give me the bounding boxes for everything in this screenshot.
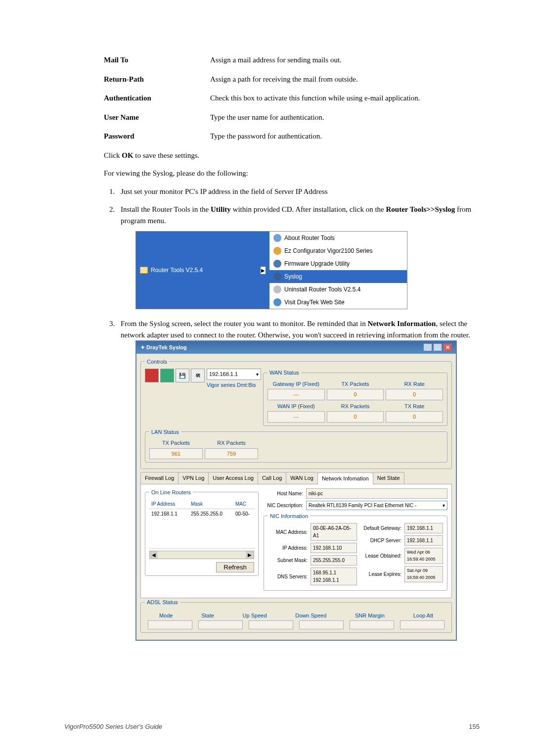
nic-info-fieldset: NIC Information MAC Address:00-0E-A6-2A-… [264, 512, 447, 591]
scroll-right-icon[interactable]: ▶ [246, 551, 254, 559]
play-icon[interactable] [160, 369, 174, 382]
close-button[interactable]: ✕ [443, 343, 452, 351]
tab-vpn[interactable]: VPN Log [178, 472, 209, 484]
folder-icon [140, 267, 148, 274]
app-icon: ✦ [140, 344, 145, 350]
menu-ez[interactable]: Ez Configurator Vigor2100 Series [269, 244, 407, 257]
settings-icon[interactable]: 🛠 [191, 369, 205, 382]
chevron-down-icon: ▾ [443, 502, 445, 509]
footer-guide: VigorPro5500 Series User's Guide [64, 722, 162, 732]
menu-uninstall[interactable]: Uninstall Router Tools V2.5.4 [269, 283, 407, 296]
menu-visit[interactable]: Visit DrayTek Web Site [269, 296, 407, 309]
menu-syslog[interactable]: Syslog [269, 270, 407, 283]
footer-page: 155 [469, 722, 480, 732]
step-1: Just set your monitor PC's IP address in… [117, 186, 475, 197]
tab-netinfo[interactable]: Network Infomation [317, 472, 373, 484]
def-mailto: Mail To Assign a mail address for sendin… [104, 54, 475, 66]
nic-select[interactable]: Realtek RTL8139 Family PCI Fast Ethernet… [306, 501, 447, 510]
desc-returnpath: Assign a path for receiving the mail fro… [210, 74, 475, 85]
page-footer: VigorPro5500 Series User's Guide 155 [64, 722, 480, 732]
def-returnpath: Return-Path Assign a path for receiving … [104, 74, 475, 85]
arrow-right-icon: ▶ [261, 267, 266, 274]
syslog-window: ✦ DrayTek Syslog _ □ ✕ Controls 💾 🛠 [135, 340, 457, 641]
term-username: User Name [104, 112, 210, 123]
upgrade-icon [273, 260, 281, 268]
tab-wan[interactable]: WAN Log [286, 472, 318, 484]
refresh-button[interactable]: Refresh [216, 562, 254, 572]
chevron-down-icon: ▾ [256, 371, 259, 378]
menu-screenshot: Router Tools V2.5.4 ▶ About Router Tools… [135, 231, 475, 309]
info-icon [273, 234, 281, 242]
router-ip-select[interactable]: 192.168.1.1▾ [207, 369, 261, 380]
h-scrollbar[interactable]: ◀ ▶ [149, 551, 254, 559]
tab-user[interactable]: User Access Log [208, 472, 258, 484]
tab-netstate[interactable]: Net State [373, 472, 404, 484]
maximize-button[interactable]: □ [433, 343, 442, 351]
tabs: Firewall Log VPN Log User Access Log Cal… [140, 472, 452, 484]
routers-fieldset: On Line Routers IP Address Mask MAC 192.… [145, 488, 259, 576]
desc-mailto: Assign a mail address for sending mails … [210, 54, 475, 66]
term-returnpath: Return-Path [104, 74, 210, 85]
wan-status-fieldset: WAN Status Gateway IP (Fixed)--- TX Pack… [263, 369, 447, 426]
routers-row[interactable]: 192.168.1.1 255.255.255.0 00-50- [149, 509, 254, 549]
record-icon[interactable] [145, 369, 159, 382]
syslog-icon [273, 273, 281, 281]
controls-fieldset: Controls 💾 🛠 192.168.1.1▾ Vigor series D… [140, 358, 452, 470]
desc-auth: Check this box to activate this function… [210, 93, 475, 104]
def-auth: Authentication Check this box to activat… [104, 93, 475, 104]
desc-username: Type the user name for authentication. [210, 112, 475, 123]
click-ok-para: Click OK to save these settings. [104, 150, 475, 161]
tab-firewall[interactable]: Firewall Log [140, 472, 178, 484]
term-mailto: Mail To [104, 54, 210, 66]
tab-body: On Line Routers IP Address Mask MAC 192.… [140, 484, 452, 599]
desc-password: Type the password for authentication. [210, 131, 475, 142]
scroll-left-icon[interactable]: ◀ [150, 551, 158, 559]
uninstall-icon [273, 285, 281, 293]
steps-list: Just set your monitor PC's IP address in… [104, 186, 475, 641]
web-icon [273, 298, 281, 306]
step-3: From the Syslog screen, select the route… [117, 318, 475, 641]
minimize-button[interactable]: _ [423, 343, 432, 351]
term-auth: Authentication [104, 93, 210, 104]
tab-call[interactable]: Call Log [258, 472, 286, 484]
lan-status-fieldset: LAN Status TX Packets961 RX Packets759 [145, 428, 447, 463]
adsl-fieldset: ADSL Status Mode State Up Speed Down Spe… [140, 598, 452, 633]
viewing-intro: For viewing the Syslog, please do the fo… [104, 168, 475, 179]
menu-about[interactable]: About Router Tools [269, 232, 407, 244]
syslog-titlebar: ✦ DrayTek Syslog _ □ ✕ [136, 341, 456, 354]
def-username: User Name Type the user name for authent… [104, 112, 475, 123]
menu-parent[interactable]: Router Tools V2.5.4 ▶ [136, 232, 269, 309]
def-password: Password Type the password for authentic… [104, 131, 475, 142]
disk-icon[interactable]: 💾 [176, 369, 189, 382]
menu-fw[interactable]: Firmware Upgrade Utility [269, 257, 407, 270]
config-icon [273, 247, 281, 255]
term-password: Password [104, 131, 210, 142]
step-2: Install the Router Tools in the Utility … [117, 204, 475, 309]
